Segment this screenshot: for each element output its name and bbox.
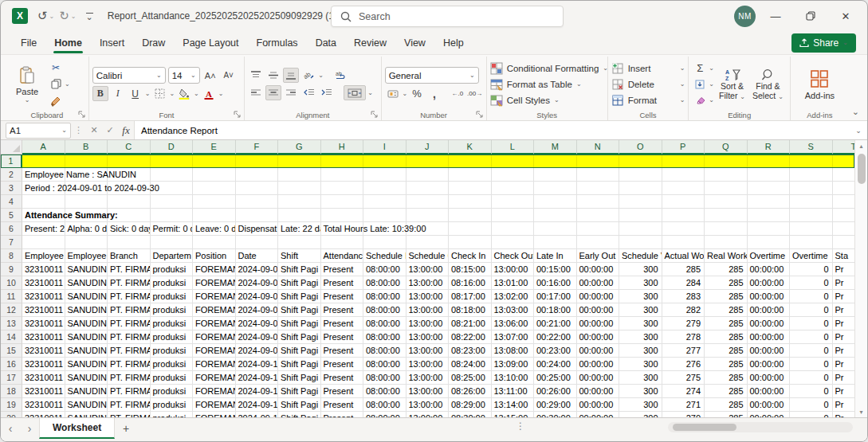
cell-C16[interactable]: PT. FIRMA: [108, 358, 151, 371]
cell-M2[interactable]: [534, 168, 577, 182]
cell-F13[interactable]: 2024-09-0: [236, 317, 279, 331]
row-header-19[interactable]: 19: [1, 398, 22, 412]
cell-C6[interactable]: Sick: 0 day: [108, 222, 151, 236]
cell-G18[interactable]: Shift Pagi: [278, 385, 321, 398]
comma-button[interactable]: ,: [426, 86, 442, 101]
row-header-15[interactable]: 15: [1, 344, 22, 358]
cell-P11[interactable]: 283: [662, 290, 705, 303]
column-header-T[interactable]: T: [833, 140, 855, 155]
cell-R10[interactable]: 00:00:00: [748, 276, 791, 290]
cell-P1[interactable]: [662, 155, 705, 168]
cell-E17[interactable]: FOREMAN: [193, 371, 236, 385]
cell-L2[interactable]: [492, 168, 535, 182]
cell-J16[interactable]: 13:00:00: [407, 358, 450, 371]
column-header-B[interactable]: B: [65, 140, 108, 155]
column-header-S[interactable]: S: [790, 140, 833, 155]
cell-D5[interactable]: [151, 209, 194, 222]
align-bottom-button[interactable]: [283, 68, 299, 83]
cell-S12[interactable]: 0: [790, 303, 833, 317]
cell-F3[interactable]: [236, 182, 279, 195]
undo-button[interactable]: ↺: [37, 9, 48, 23]
row-header-20[interactable]: 20: [1, 412, 22, 417]
column-header-L[interactable]: L: [492, 140, 535, 155]
cell-O3[interactable]: [619, 182, 662, 195]
cell-C11[interactable]: PT. FIRMA: [108, 290, 151, 303]
share-button[interactable]: Share ⌄: [791, 33, 856, 53]
percent-button[interactable]: %: [409, 86, 425, 101]
fill-color-button[interactable]: [176, 86, 192, 101]
select-all-corner[interactable]: [1, 140, 22, 155]
cell-G9[interactable]: Shift Pagi: [278, 263, 321, 276]
tab-formulas[interactable]: Formulas: [248, 33, 307, 53]
cell-P13[interactable]: 279: [662, 317, 705, 331]
underline-chevron-icon[interactable]: ⌄: [145, 92, 151, 96]
cell-F15[interactable]: 2024-09-0: [236, 344, 279, 358]
cell-N3[interactable]: [577, 182, 620, 195]
cell-Q3[interactable]: [705, 182, 748, 195]
cell-F19[interactable]: 2024-09-1: [236, 398, 279, 412]
cell-E1[interactable]: [193, 155, 236, 168]
cell-S1[interactable]: [790, 155, 833, 168]
cell-O20[interactable]: 300: [619, 412, 662, 417]
cell-T15[interactable]: Pr: [833, 344, 855, 358]
cell-S5[interactable]: [790, 209, 833, 222]
cell-A7[interactable]: [22, 236, 65, 249]
cell-L19[interactable]: 13:14:00: [492, 398, 535, 412]
cell-H1[interactable]: [321, 155, 364, 168]
cell-F4[interactable]: [236, 195, 279, 209]
cell-R13[interactable]: 00:00:00: [748, 317, 791, 331]
row-header-11[interactable]: 11: [1, 290, 22, 303]
cell-A5[interactable]: Attendance Summary:: [22, 209, 65, 222]
cell-S18[interactable]: 0: [790, 385, 833, 398]
account-avatar[interactable]: NM: [734, 6, 756, 27]
align-top-button[interactable]: [248, 68, 264, 83]
undo-chevron-icon[interactable]: ⌄: [49, 13, 55, 20]
row-header-16[interactable]: 16: [1, 358, 22, 371]
cell-F8[interactable]: Date: [236, 249, 279, 263]
cell-M4[interactable]: [534, 195, 577, 209]
cell-B15[interactable]: SANUDIN: [65, 344, 108, 358]
cell-M6[interactable]: [534, 222, 577, 236]
cell-B12[interactable]: SANUDIN: [65, 303, 108, 317]
cell-A19[interactable]: 32310011: [22, 398, 65, 412]
cell-C18[interactable]: PT. FIRMA: [108, 385, 151, 398]
cell-H2[interactable]: [321, 168, 364, 182]
cell-F18[interactable]: 2024-09-1: [236, 385, 279, 398]
column-header-I[interactable]: I: [363, 140, 407, 155]
cell-T5[interactable]: [833, 209, 855, 222]
cell-B9[interactable]: SANUDIN: [65, 263, 108, 276]
cell-K12[interactable]: 08:18:00: [449, 303, 492, 317]
cell-K7[interactable]: [449, 236, 492, 249]
tab-view[interactable]: View: [395, 33, 434, 53]
increase-indent-button[interactable]: [318, 85, 334, 100]
column-header-A[interactable]: A: [22, 140, 65, 155]
cell-G16[interactable]: Shift Pagi: [278, 358, 321, 371]
cell-J15[interactable]: 13:00:00: [407, 344, 450, 358]
cell-T13[interactable]: Pr: [833, 317, 855, 331]
cell-E13[interactable]: FOREMAN: [193, 317, 236, 331]
cancel-entry-button[interactable]: ✕: [86, 125, 102, 135]
cell-R12[interactable]: 00:00:00: [748, 303, 791, 317]
cell-L17[interactable]: 13:10:00: [492, 371, 535, 385]
cell-R6[interactable]: [748, 222, 791, 236]
cell-L3[interactable]: [492, 182, 535, 195]
cell-M3[interactable]: [534, 182, 577, 195]
insert-cells-button[interactable]: Insert⌄: [611, 61, 685, 76]
cell-J4[interactable]: [407, 195, 450, 209]
cell-P17[interactable]: 275: [662, 371, 705, 385]
cell-M5[interactable]: [534, 209, 577, 222]
cell-R5[interactable]: [748, 209, 791, 222]
cell-F10[interactable]: 2024-09-0: [236, 276, 279, 290]
cell-I10[interactable]: 08:00:00: [363, 276, 407, 290]
cell-N7[interactable]: [577, 236, 620, 249]
cell-H14[interactable]: Present: [321, 331, 364, 344]
cell-I13[interactable]: 08:00:00: [363, 317, 407, 331]
cell-A14[interactable]: 32310011: [22, 331, 65, 344]
cell-I3[interactable]: [363, 182, 407, 195]
cell-I2[interactable]: [363, 168, 407, 182]
cell-K18[interactable]: 08:26:00: [449, 385, 492, 398]
cell-T17[interactable]: Pr: [833, 371, 855, 385]
format-cells-button[interactable]: Format⌄: [611, 92, 685, 108]
cell-H7[interactable]: [321, 236, 364, 249]
cell-L5[interactable]: [492, 209, 535, 222]
